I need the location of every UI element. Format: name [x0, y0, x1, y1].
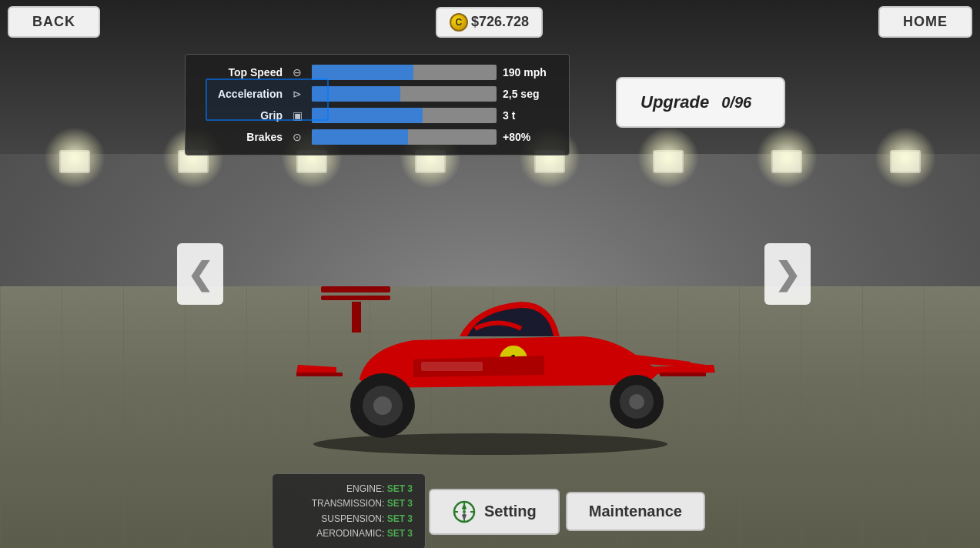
home-button[interactable]: HOME	[878, 6, 972, 38]
brakes-label: Brakes	[198, 131, 283, 143]
spotlight-5	[527, 150, 573, 196]
grip-icon: ▣	[289, 107, 306, 124]
spotlight-4	[407, 150, 453, 196]
acceleration-bar	[312, 86, 497, 102]
spotlight-glow-1	[44, 127, 105, 189]
maintenance-button[interactable]: Maintenance	[566, 492, 705, 531]
svg-point-15	[463, 510, 466, 513]
brakes-value: +80%	[503, 131, 557, 143]
stat-row-brakes: Brakes ⊙ +80%	[198, 129, 557, 145]
setting-label: Setting	[484, 503, 537, 520]
stats-panel: Top Speed ⊖ 190 mph Acceleration ⊳ 2,5 s…	[185, 54, 570, 155]
spotlight-8	[882, 150, 928, 196]
compass-icon	[452, 500, 477, 524]
spotlight-glow-6	[637, 127, 699, 189]
brakes-icon: ⊙	[289, 129, 306, 145]
svg-rect-13	[421, 362, 483, 371]
top-speed-label: Top Speed	[198, 66, 283, 79]
acceleration-label: Acceleration	[198, 88, 283, 100]
upgrade-count: 0/96	[721, 94, 751, 112]
engine-setting: ENGINE: SET 3	[285, 482, 413, 496]
suspension-setting: SUSPENSION: SET 3	[285, 512, 413, 526]
stat-row-grip: Grip ▣ 3 t	[198, 107, 557, 124]
upgrade-button[interactable]: Upgrade 0/96	[616, 77, 785, 128]
spotlight-glow-8	[875, 127, 936, 189]
grip-value: 3 t	[503, 109, 557, 122]
acceleration-fill	[312, 86, 400, 102]
transmission-setting: TRANSMISSION: SET 3	[285, 496, 413, 511]
svg-point-7	[629, 394, 644, 409]
prev-arrow-icon: ❮	[187, 256, 213, 292]
car-display: 1	[259, 240, 721, 456]
svg-marker-21	[462, 513, 467, 521]
svg-rect-3	[660, 373, 706, 376]
top-speed-value: 190 mph	[503, 66, 557, 79]
svg-rect-2	[352, 302, 361, 332]
stat-row-acceleration: Acceleration ⊳ 2,5 seg	[198, 85, 557, 102]
grip-bar	[312, 108, 497, 123]
brakes-fill	[312, 129, 408, 145]
svg-rect-0	[321, 286, 390, 292]
spotlight-1	[52, 150, 98, 196]
stat-row-top-speed: Top Speed ⊖ 190 mph	[198, 64, 557, 81]
svg-rect-1	[321, 296, 390, 300]
top-bar: BACK C $726.728 HOME	[0, 6, 980, 38]
top-speed-bar	[312, 65, 497, 80]
acceleration-icon: ⊳	[289, 85, 306, 102]
spotlight-6	[645, 150, 691, 196]
aerodinamic-setting: AERODINAMIC: SET 3	[285, 526, 413, 541]
brakes-bar	[312, 129, 497, 145]
f1-car-svg: 1	[259, 240, 721, 456]
spotlight-glow-7	[756, 127, 818, 189]
prev-car-button[interactable]: ❮	[177, 243, 223, 305]
next-car-button[interactable]: ❯	[764, 243, 811, 305]
back-button[interactable]: BACK	[8, 6, 100, 38]
spotlight-row	[0, 150, 980, 196]
currency-display: C $726.728	[436, 7, 543, 38]
spotlight-3	[289, 150, 335, 196]
car-settings-info: ENGINE: SET 3 TRANSMISSION: SET 3 SUSPEN…	[272, 473, 426, 548]
upgrade-label: Upgrade	[641, 92, 709, 112]
svg-marker-20	[462, 503, 467, 510]
svg-point-10	[373, 396, 392, 415]
grip-label: Grip	[198, 109, 283, 122]
svg-rect-4	[296, 373, 343, 376]
coin-icon: C	[450, 13, 468, 32]
top-speed-fill	[312, 65, 413, 80]
next-arrow-icon: ❯	[774, 256, 801, 292]
bottom-panel: ENGINE: SET 3 TRANSMISSION: SET 3 SUSPEN…	[0, 479, 980, 548]
top-speed-icon: ⊖	[289, 64, 306, 81]
spotlight-2	[170, 150, 216, 196]
setting-button[interactable]: Setting	[429, 489, 560, 535]
acceleration-value: 2,5 seg	[503, 88, 557, 100]
currency-value: $726.728	[471, 14, 529, 30]
spotlight-7	[764, 150, 810, 196]
grip-fill	[312, 108, 423, 123]
car-shadow	[313, 433, 667, 455]
